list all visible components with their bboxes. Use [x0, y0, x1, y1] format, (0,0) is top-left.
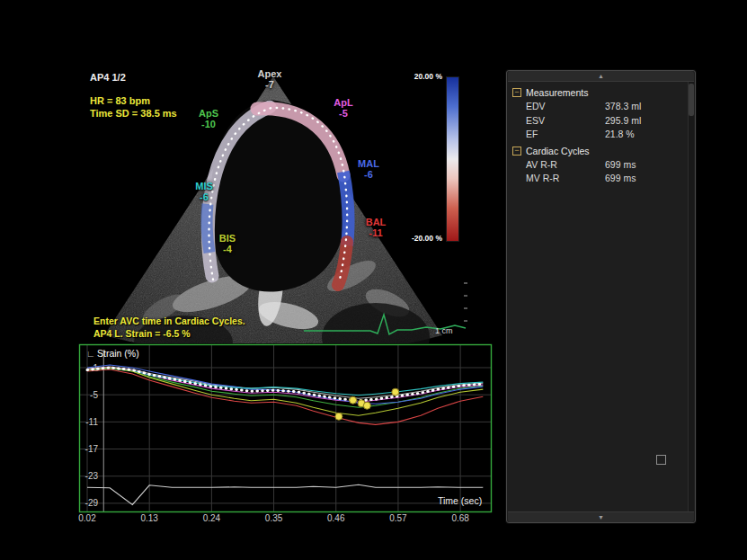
- global-strain-text: AP4 L. Strain = -6.5 %: [93, 328, 191, 339]
- chevron-down-icon: ▼: [598, 514, 604, 520]
- section-header-measurements[interactable]: − Measurements: [511, 85, 686, 100]
- time-sd-text: Time SD = 38.5 ms: [90, 108, 177, 119]
- scrollbar-thumb[interactable]: [689, 84, 694, 116]
- series-line-mal: [87, 365, 483, 404]
- scroll-down-button[interactable]: ▼: [508, 511, 694, 522]
- section-title: Measurements: [526, 87, 588, 98]
- x-axis-label: Time (sec): [438, 495, 482, 506]
- color-scale-min-label: -20.00 %: [388, 234, 442, 243]
- measurement-row[interactable]: EDV 378.3 ml: [511, 100, 686, 114]
- measurement-row[interactable]: ESV 295.9 ml: [511, 114, 686, 129]
- measurement-label: MV R-R: [526, 173, 559, 183]
- depth-scale-label: 1 cm: [435, 326, 453, 335]
- segment-label-mis[interactable]: MIS-6: [179, 181, 229, 202]
- axis-corner-icon: ∟: [86, 349, 95, 359]
- x-tick-label: 0.24: [203, 513, 221, 523]
- segment-label-apex[interactable]: Apex-7: [245, 68, 295, 90]
- measurement-label: EF: [526, 129, 538, 139]
- y-tick-label: -29: [85, 498, 99, 508]
- echo-application-screen: { "us": { "view_label": "AP4 1/2", "hr_t…: [0, 0, 747, 560]
- measurement-label: AV R-R: [526, 159, 557, 170]
- avc-event-marker[interactable]: [363, 402, 370, 409]
- segment-name: ApS: [199, 108, 218, 119]
- measurement-label: ESV: [526, 115, 545, 126]
- segment-value: -5: [318, 108, 369, 119]
- collapse-icon[interactable]: −: [512, 147, 521, 156]
- segment-value: -7: [245, 79, 295, 90]
- strain-color-scale: [446, 76, 459, 242]
- measurement-row[interactable]: AV R-R 699 ms: [511, 158, 686, 173]
- y-tick-label: -23: [85, 471, 99, 481]
- x-tick-label: 0.35: [265, 513, 283, 523]
- segment-label-apl[interactable]: ApL-5: [318, 97, 369, 119]
- scroll-up-button[interactable]: ▲: [508, 71, 694, 82]
- measurement-value: 295.9 ml: [605, 115, 641, 126]
- measurement-value: 21.8 %: [605, 129, 635, 139]
- section-header-cardiac-cycles[interactable]: − Cardiac Cycles: [511, 144, 686, 158]
- strain-chart-panel[interactable]: 0.020.130.240.350.460.570.681-5-11-17-23…: [79, 344, 502, 533]
- avc-message: Enter AVC time in Cardiac Cycles.: [93, 316, 245, 326]
- collapse-icon[interactable]: −: [512, 88, 521, 97]
- x-tick-label: 0.13: [140, 513, 158, 523]
- chart-title: Strain (%): [97, 348, 139, 359]
- chevron-up-icon: ▲: [598, 73, 604, 79]
- segment-name: MIS: [195, 181, 213, 191]
- y-tick-label: -5: [90, 390, 98, 400]
- depth-ruler: [464, 283, 467, 321]
- ecg-trace: [87, 484, 483, 504]
- x-tick-label: 0.68: [451, 513, 469, 523]
- segment-name: BIS: [219, 233, 236, 244]
- segment-name: ApL: [333, 97, 352, 108]
- x-tick-label: 0.46: [327, 513, 345, 523]
- scrollbar-track[interactable]: [688, 82, 694, 511]
- panel-body: − Measurements EDV 378.3 ml ESV 295.9 ml…: [511, 84, 686, 186]
- measurement-row[interactable]: EF 21.8 %: [511, 128, 686, 142]
- segment-value: -4: [202, 244, 253, 254]
- section-title: Cardiac Cycles: [526, 146, 590, 156]
- segment-label-mal[interactable]: MAL-6: [343, 158, 394, 180]
- avc-event-marker[interactable]: [350, 396, 357, 404]
- measurement-label: EDV: [526, 101, 546, 111]
- avc-event-marker[interactable]: [392, 388, 399, 396]
- y-tick-label: -11: [85, 417, 98, 427]
- avc-event-marker[interactable]: [335, 413, 342, 420]
- x-tick-label: 0.57: [389, 513, 407, 523]
- segment-value: -6: [179, 191, 229, 202]
- strain-chart[interactable]: 0.020.130.240.350.460.570.681-5-11-17-23…: [79, 344, 502, 531]
- measurement-row[interactable]: MV R-R 699 ms: [511, 172, 686, 186]
- segment-label-aps[interactable]: ApS-10: [183, 108, 234, 129]
- view-label: AP4 1/2: [90, 72, 126, 83]
- measurement-value: 378.3 ml: [605, 101, 641, 111]
- color-scale-max-label: 20.00 %: [388, 72, 442, 81]
- segment-name: MAL: [358, 158, 379, 169]
- heart-rate-text: HR = 83 bpm: [90, 95, 150, 106]
- measurement-value: 699 ms: [605, 173, 636, 183]
- ultrasound-image-area[interactable]: AP4 1/2 HR = 83 bpm Time SD = 38.5 ms Ap…: [77, 67, 469, 343]
- small-toggle-box[interactable]: [656, 455, 666, 465]
- measurement-value: 699 ms: [605, 159, 636, 170]
- segment-value: -10: [183, 119, 234, 129]
- measurements-panel: ▲ − Measurements EDV 378.3 ml ESV 295.9 …: [506, 70, 696, 523]
- segment-label-bis[interactable]: BIS-4: [202, 233, 253, 254]
- y-tick-label: -17: [85, 444, 99, 454]
- segment-value: -6: [343, 169, 394, 180]
- segment-name: Apex: [258, 68, 282, 79]
- x-tick-label: 0.02: [78, 513, 96, 523]
- segment-name: BAL: [366, 217, 387, 227]
